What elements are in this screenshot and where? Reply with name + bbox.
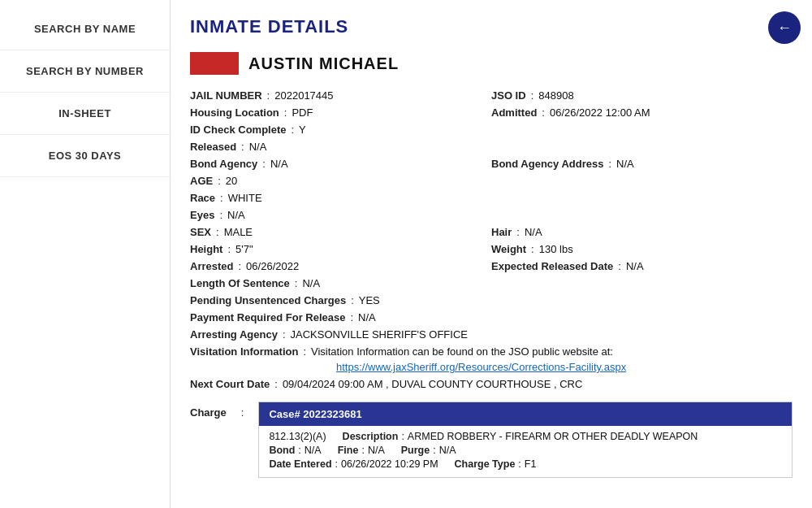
charge-section: Charge : Case# 2022323681 812.13(2)(A) D… [190,402,793,478]
jail-number-label: JAIL NUMBER [190,89,262,102]
charge-statute: 812.13(2)(A) [269,431,326,442]
pending-unsentenced-label: Pending Unsentenced Charges [190,294,346,306]
row-sex-hair: SEX : MALE Hair : N/A [190,226,793,238]
charge-description-label: Description [343,431,399,442]
expected-released-date-label: Expected Released Date [491,260,613,272]
bond-agency-label: Bond Agency [190,158,257,170]
charge-detail: 812.13(2)(A) Description : ARMED ROBBERY… [259,426,792,477]
weight-label: Weight [491,243,526,255]
hair-value: N/A [525,226,542,238]
sex-value: MALE [224,226,253,238]
visitation-info-label: Visitation Information [190,345,298,358]
released-label: Released [190,141,236,153]
jso-id-value: 848908 [538,89,573,102]
housing-location-value: PDF [292,106,313,119]
payment-required-label: Payment Required For Release [190,311,345,323]
id-check-value: Y [299,124,306,136]
jso-id-label: JSO ID [491,89,526,102]
visitation-link[interactable]: https://www.jaxSheriff.org/Resources/Cor… [336,361,626,373]
inmate-name: AUSTIN MICHAEL [248,54,399,73]
row-length-of-sentence: Length Of Sentence : N/A [190,277,793,289]
main-content: ← INMATE DETAILS AUSTIN MICHAEL JAIL NUM… [171,0,812,508]
charge-purge-label: Purge [401,445,430,456]
back-button[interactable]: ← [768,11,801,44]
charge-fine-value: N/A [368,445,385,456]
length-of-sentence-value: N/A [302,277,320,289]
row-bond: Bond Agency : N/A Bond Agency Address : … [190,158,793,170]
row-eyes: Eyes : N/A [190,209,793,221]
released-value: N/A [249,141,267,153]
housing-location-group: Housing Location : PDF [190,106,491,119]
charge-detail-row-2: Bond : N/A Fine : N/A Purge : N/A [269,445,782,456]
length-of-sentence-label: Length Of Sentence [190,277,290,289]
charge-case-header: Case# 2022323681 [259,402,792,426]
next-court-date-label: Next Court Date [190,378,270,390]
charge-detail-row-1: 812.13(2)(A) Description : ARMED ROBBERY… [269,431,782,442]
charge-fine-label: Fine [338,445,359,456]
back-arrow-icon: ← [777,20,792,37]
charge-type-value: F1 [525,458,537,470]
eyes-label: Eyes [190,209,214,221]
payment-required-value: N/A [358,311,376,323]
details-grid: JAIL NUMBER : 2022017445 JSO ID : 848908… [190,89,793,390]
arrested-value: 06/26/2022 [246,260,299,272]
age-value: 20 [226,175,237,187]
admitted-label: Admitted [491,106,537,119]
visitation-info-text: Visitation Information can be found on t… [311,345,613,358]
height-value: 5'7" [235,243,253,255]
admitted-group: Admitted : 06/26/2022 12:00 AM [491,106,793,119]
arresting-agency-value: JACKSONVILLE SHERIFF'S OFFICE [291,328,468,341]
row-released: Released : N/A [190,141,793,153]
race-label: Race [190,192,215,204]
row-id-check: ID Check Complete : Y [190,124,793,136]
row-arrested-expected: Arrested : 06/26/2022 Expected Released … [190,260,793,272]
sidebar-item-search-by-number[interactable]: SEARCH BY NUMBER [0,50,170,93]
row-jail-jso: JAIL NUMBER : 2022017445 JSO ID : 848908 [190,89,793,102]
weight-value: 130 lbs [539,243,573,255]
jail-number-value: 2022017445 [274,89,333,102]
inmate-name-row: AUSTIN MICHAEL [190,52,793,75]
race-value: WHITE [228,192,262,204]
charge-description: ARMED ROBBERY - FIREARM OR OTHER DEADLY … [408,431,698,442]
height-label: Height [190,243,222,255]
charge-purge-value: N/A [439,445,456,456]
charge-type-label: Charge Type [455,458,516,470]
row-payment-required: Payment Required For Release : N/A [190,311,793,323]
charge-bond-value: N/A [304,445,322,456]
sidebar-item-eos-30-days[interactable]: EOS 30 DAYS [0,135,170,177]
pending-unsentenced-value: YES [359,294,380,306]
row-pending-unsentenced: Pending Unsentenced Charges : YES [190,294,793,306]
row-age: AGE : 20 [190,175,793,187]
sidebar-item-search-by-name[interactable]: SEARCH BY NAME [0,8,170,50]
next-court-date-value: 09/04/2024 09:00 AM , DUVAL COUNTY COURT… [283,378,582,390]
jso-id-group: JSO ID : 848908 [491,89,793,102]
bond-agency-address-value: N/A [616,158,634,170]
charge-date-entered-label: Date Entered [269,458,331,470]
charge-detail-row-3: Date Entered : 06/26/2022 10:29 PM Charg… [269,458,782,470]
id-check-label: ID Check Complete [190,124,286,136]
row-height-weight: Height : 5'7" Weight : 130 lbs [190,243,793,255]
arrested-label: Arrested [190,260,233,272]
charge-date-entered-value: 06/26/2022 10:29 PM [341,458,438,470]
charge-table: Case# 2022323681 812.13(2)(A) Descriptio… [258,402,793,478]
age-label: AGE [190,175,213,187]
admitted-value: 06/26/2022 12:00 AM [550,106,650,119]
page-title: INMATE DETAILS [190,16,793,37]
bond-agency-value: N/A [270,158,288,170]
expected-released-date-value: N/A [626,260,644,272]
row-race: Race : WHITE [190,192,793,204]
arresting-agency-label: Arresting Agency [190,328,278,341]
hair-label: Hair [491,226,512,238]
row-visitation-info: Visitation Information : Visitation Info… [190,345,793,373]
sidebar-item-in-sheet[interactable]: IN-SHEET [0,93,170,135]
sidebar: SEARCH BY NAME SEARCH BY NUMBER IN-SHEET… [0,0,171,508]
name-badge [190,52,239,75]
bond-agency-address-label: Bond Agency Address [491,158,603,170]
eyes-value: N/A [227,209,245,221]
housing-location-label: Housing Location [190,106,279,119]
sex-label: SEX [190,226,211,238]
charge-label: Charge [190,406,227,419]
row-arresting-agency: Arresting Agency : JACKSONVILLE SHERIFF'… [190,328,793,341]
charge-bond-label: Bond [269,445,295,456]
row-next-court-date: Next Court Date : 09/04/2024 09:00 AM , … [190,378,793,390]
